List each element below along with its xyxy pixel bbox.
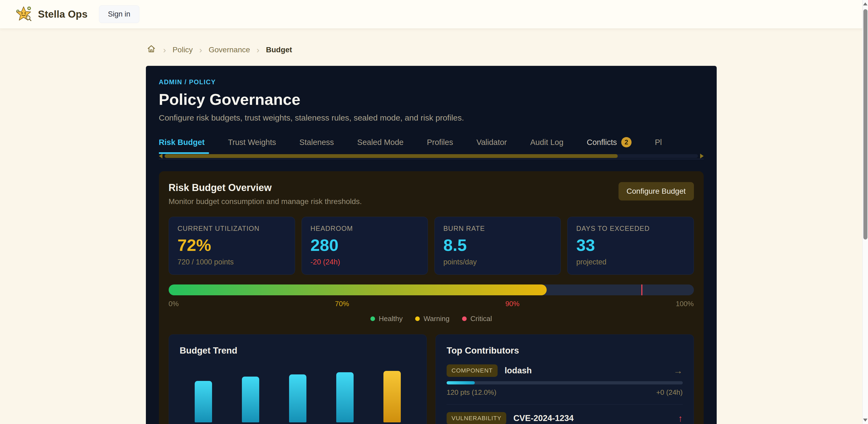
tab-conflicts[interactable]: Conflicts2	[587, 134, 631, 154]
tab-label: Risk Budget	[159, 138, 205, 147]
contributor-delta: +0 (24h)	[656, 388, 683, 397]
contributor-name: CVE-2024-1234	[513, 414, 574, 423]
legend-label: Healthy	[379, 315, 403, 323]
star-mascot-logo-icon	[15, 5, 32, 23]
stat-card-headroom: HEADROOM280-20 (24h)	[302, 217, 428, 275]
contributor-header[interactable]: COMPONENTlodash→	[446, 364, 683, 377]
overview-cards-row: Budget Trend 12/112/812/1512/2212/29 Top…	[169, 334, 694, 424]
stat-value: 72%	[178, 237, 286, 254]
budget-trend-title: Budget Trend	[180, 346, 416, 356]
tab-trust-weights[interactable]: Trust Weights	[228, 134, 276, 154]
top-contributors-title: Top Contributors	[446, 346, 683, 356]
contributor-stats: 120 pts (12.0%)+0 (24h)	[446, 388, 683, 397]
tab-scrollbar-track[interactable]	[164, 154, 698, 158]
legend-item-healthy: Healthy	[370, 315, 403, 323]
stats-grid: CURRENT UTILIZATION72%720 / 1000 pointsH…	[169, 217, 694, 275]
tab-label: Validator	[476, 138, 507, 147]
critical-threshold-marker	[641, 285, 642, 295]
contributor-type-badge: VULNERABILITY	[446, 412, 506, 424]
brand: Stella Ops	[15, 5, 88, 23]
legend-item-warning: Warning	[415, 315, 450, 323]
vertical-scrollbar-thumb[interactable]	[863, 9, 867, 239]
list-divider	[446, 404, 683, 404]
breadcrumb-current-budget: Budget	[266, 45, 292, 54]
tab-sealed-mode[interactable]: Sealed Mode	[357, 134, 403, 154]
tab-scrollbar	[159, 154, 704, 158]
contributor-lodash[interactable]: COMPONENTlodash→120 pts (12.0%)+0 (24h)	[446, 364, 683, 397]
overview-subtitle: Monitor budget consumption and manage ri…	[169, 197, 362, 206]
stat-card-days-to-exceeded: DAYS TO EXCEEDED33projected	[567, 217, 694, 275]
stat-sub: -20 (24h)	[310, 258, 419, 266]
budget-utilization-bar	[169, 285, 694, 295]
page-viewport: Stella Ops Sign in › Policy › Governance…	[0, 0, 862, 424]
budget-trend-card: Budget Trend 12/112/812/1512/2212/29	[169, 334, 427, 424]
breadcrumb-separator-icon: ›	[256, 45, 259, 54]
tab-staleness[interactable]: Staleness	[299, 134, 334, 154]
stat-value: 8.5	[443, 237, 552, 254]
content-column: › Policy › Governance › Budget ADMIN / P…	[146, 43, 717, 424]
trend-bar-slot	[369, 371, 416, 422]
stat-value: 280	[310, 237, 419, 254]
stat-label: HEADROOM	[310, 225, 419, 232]
stat-label: CURRENT UTILIZATION	[178, 225, 286, 232]
arrow-up-icon: ↑	[678, 414, 683, 423]
tab-bar: Risk BudgetTrust WeightsStalenessSealed …	[159, 134, 704, 154]
browser-page: Stella Ops Sign in › Policy › Governance…	[0, 0, 868, 424]
tab-label: Profiles	[427, 138, 453, 147]
tab-label: Conflicts	[587, 138, 617, 147]
tab-label: Sealed Mode	[357, 138, 403, 147]
breadcrumb-separator-icon: ›	[163, 45, 166, 54]
legend-dot-icon	[415, 317, 420, 321]
legend-label: Critical	[470, 315, 492, 323]
tab-scroll-right-arrow-icon[interactable]	[700, 154, 704, 159]
trend-bar-12-29	[383, 371, 401, 422]
tab-pl[interactable]: Pl	[655, 134, 662, 154]
arrow-right-icon: →	[674, 366, 683, 375]
budget-legend: HealthyWarningCritical	[169, 315, 694, 323]
page-title: Policy Governance	[159, 90, 704, 108]
contributor-header[interactable]: VULNERABILITYCVE-2024-1234↑	[446, 412, 683, 424]
contributor-name: lodash	[505, 366, 532, 376]
tab-profiles[interactable]: Profiles	[427, 134, 453, 154]
tab-label: Pl	[655, 138, 662, 147]
breadcrumb-governance[interactable]: Governance	[209, 45, 250, 54]
section-eyebrow: ADMIN / POLICY	[159, 78, 704, 86]
contributor-points: 120 pts (12.0%)	[446, 388, 496, 397]
sign-in-button[interactable]: Sign in	[99, 5, 140, 23]
scroll-down-arrow-icon[interactable]	[863, 419, 867, 422]
contributor-progress-fill	[446, 381, 475, 385]
trend-bar-slot	[321, 371, 369, 422]
legend-dot-icon	[462, 317, 467, 321]
scroll-up-arrow-icon[interactable]	[863, 2, 867, 5]
trend-bar-12-22	[336, 372, 353, 422]
threshold-label-70: 70%	[335, 300, 349, 308]
vertical-scrollbar[interactable]	[862, 0, 868, 424]
threshold-label-90: 90%	[505, 300, 520, 308]
tab-risk-budget[interactable]: Risk Budget	[159, 134, 205, 154]
threshold-label-100: 100%	[676, 300, 694, 308]
stat-label: DAYS TO EXCEEDED	[576, 225, 685, 232]
configure-budget-button[interactable]: Configure Budget	[619, 182, 694, 200]
policy-governance-card: ADMIN / POLICY Policy Governance Configu…	[146, 66, 717, 424]
breadcrumb-separator-icon: ›	[199, 45, 202, 54]
tab-validator[interactable]: Validator	[476, 134, 507, 154]
legend-dot-icon	[370, 317, 375, 321]
tab-strip: Risk BudgetTrust WeightsStalenessSealed …	[159, 134, 704, 159]
stat-card-burn-rate: BURN RATE8.5points/day	[434, 217, 561, 275]
tab-audit-log[interactable]: Audit Log	[530, 134, 563, 154]
contributor-type-badge: COMPONENT	[446, 364, 498, 377]
trend-bar-slot	[227, 371, 274, 422]
tab-scrollbar-thumb[interactable]	[164, 154, 618, 158]
stat-card-current-utilization: CURRENT UTILIZATION72%720 / 1000 points	[169, 217, 295, 275]
overview-header: Risk Budget Overview Monitor budget cons…	[169, 182, 694, 206]
tab-label: Trust Weights	[228, 138, 276, 147]
home-icon[interactable]	[146, 43, 157, 56]
stat-label: BURN RATE	[443, 225, 552, 232]
stat-sub: projected	[576, 258, 685, 266]
tab-scroll-left-arrow-icon[interactable]	[159, 154, 162, 159]
budget-trend-chart	[180, 371, 416, 422]
breadcrumb-policy[interactable]: Policy	[173, 45, 193, 54]
budget-utilization-fill	[169, 285, 547, 295]
contributor-cve-2024-1234[interactable]: VULNERABILITYCVE-2024-1234↑95 pts (9.5%)…	[446, 412, 683, 424]
tab-label: Audit Log	[530, 138, 563, 147]
